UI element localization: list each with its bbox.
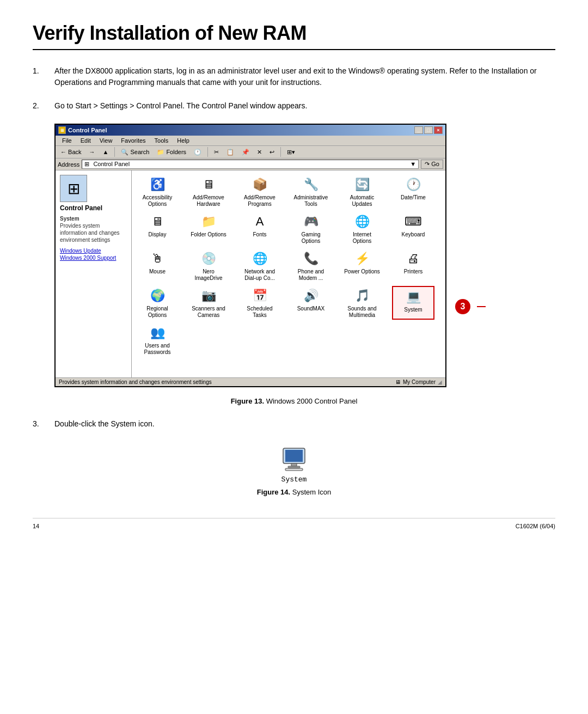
paste-button[interactable]: 📌 — [239, 148, 252, 157]
cp-icon-label-power: Power Options — [344, 268, 380, 275]
address-dropdown[interactable]: ▼ — [410, 161, 416, 167]
menu-edit[interactable]: Edit — [76, 136, 95, 145]
cp-icon-accessibility[interactable]: ♿AccessibilityOptions — [136, 175, 179, 209]
go-icon: ↷ — [425, 161, 430, 167]
folders-button[interactable]: 📁 Folders — [154, 148, 189, 157]
badge-arrow — [477, 306, 486, 307]
address-input[interactable]: ⊞ Control Panel ▼ — [82, 160, 419, 169]
cp-icon-admin-tools[interactable]: 🔧AdministrativeTools — [290, 175, 332, 209]
cp-icon-sounds[interactable]: 🎵Sounds andMultimedia — [341, 286, 383, 320]
cp-icon-phone[interactable]: 📞Phone andModem ... — [290, 249, 332, 283]
cp-icon-fonts[interactable]: AFonts — [238, 212, 281, 246]
statusbar-right-text: My Computer — [403, 379, 436, 385]
figure-13-label: Figure 13. — [231, 397, 264, 405]
cp-icon-img-nero: 💿 — [200, 250, 217, 267]
window-title: Control Panel — [68, 127, 107, 133]
copy-button[interactable]: 📋 — [224, 148, 237, 157]
undo-button[interactable]: ↩ — [267, 148, 277, 157]
step-3-badge: 3 — [455, 299, 470, 314]
cp-icon-display[interactable]: 🖥Display — [136, 212, 179, 246]
cp-icon-img-admin-tools: 🔧 — [302, 176, 320, 193]
icon-grid: ♿AccessibilityOptions🖥Add/RemoveHardware… — [136, 175, 441, 357]
cp-icon-img-keyboard: ⌨ — [405, 213, 422, 230]
cp-icon-network[interactable]: 🌐Network andDial-up Co... — [238, 249, 281, 283]
maximize-button[interactable]: □ — [424, 126, 433, 134]
minimize-button[interactable]: _ — [414, 126, 423, 134]
cp-icon-addremove-hw[interactable]: 🖥Add/RemoveHardware — [187, 175, 230, 209]
cp-icon-system[interactable]: 💻System — [392, 286, 434, 320]
cut-button[interactable]: ✂ — [211, 148, 222, 157]
forward-button[interactable]: → — [87, 148, 98, 156]
cp-icon-img-fonts: A — [251, 213, 268, 230]
close-button[interactable]: × — [434, 126, 443, 134]
cp-icon-img-mouse: 🖱 — [149, 250, 166, 267]
cp-icon-label-sounds: Sounds andMultimedia — [347, 306, 376, 319]
cp-icon-label-printers: Printers — [404, 268, 422, 275]
cp-icon-folder-options[interactable]: 📁Folder Options — [187, 212, 230, 246]
cp-icon-soundmax[interactable]: 🔊SoundMAX — [290, 286, 332, 320]
cp-icon-regional[interactable]: 🌍RegionalOptions — [136, 286, 179, 320]
cp-icon-label-addremove-prog: Add/RemovePrograms — [244, 194, 275, 208]
cp-icon-img-addremove-prog: 📦 — [251, 176, 268, 193]
go-label: Go — [431, 161, 439, 167]
cp-icon-mouse[interactable]: 🖱Mouse — [136, 249, 179, 283]
back-button[interactable]: ← Back — [58, 148, 84, 156]
cp-icon-label-auto-updates: AutomaticUpdates — [350, 194, 374, 208]
figure-14-label: Figure 14. — [257, 488, 290, 496]
cp-icon-img-folder-options: 📁 — [200, 213, 217, 230]
cp-icon-users[interactable]: 👥Users andPasswords — [136, 323, 179, 357]
delete-button[interactable]: ✕ — [254, 148, 265, 157]
cp-icon-keyboard[interactable]: ⌨Keyboard — [392, 212, 434, 246]
menu-view[interactable]: View — [95, 136, 117, 145]
cp-icon-printers[interactable]: 🖨Printers — [392, 249, 434, 283]
cp-icon-scheduled[interactable]: 📅ScheduledTasks — [238, 286, 281, 320]
cp-icon-auto-updates[interactable]: 🔄AutomaticUpdates — [341, 175, 383, 209]
menu-file[interactable]: File — [58, 136, 76, 145]
cp-icon-datetime[interactable]: 🕐Date/Time — [392, 175, 434, 209]
address-label: Address — [58, 161, 79, 168]
system-icon-box[interactable]: System — [33, 445, 555, 484]
cp-icon-img-printers: 🖨 — [405, 250, 422, 267]
cp-icon-label-phone: Phone andModem ... — [298, 268, 324, 282]
footer-doc-ref: C1602M (6/04) — [516, 523, 555, 529]
cp-icon-power[interactable]: ⚡Power Options — [341, 249, 383, 283]
step-3: 3. Double-click the System icon. — [33, 418, 555, 430]
sidebar-link-windows-update[interactable]: Windows Update — [60, 248, 127, 254]
cp-icon-scanners[interactable]: 📷Scanners andCameras — [187, 286, 230, 320]
cp-icon-label-folder-options: Folder Options — [191, 231, 226, 238]
cp-icon-addremove-prog[interactable]: 📦Add/RemovePrograms — [238, 175, 281, 209]
toolbar-sep-1 — [114, 147, 115, 157]
toolbar-sep-3 — [280, 147, 281, 157]
go-button[interactable]: ↷ Go — [421, 160, 443, 169]
step-1-text: After the DX8000 application starts, log… — [54, 65, 555, 88]
cp-icon-img-sounds: 🎵 — [353, 287, 371, 304]
menu-tools[interactable]: Tools — [150, 136, 173, 145]
step-2-text: Go to Start > Settings > Control Panel. … — [54, 100, 555, 112]
win-titlebar: ⊞ Control Panel _ □ × — [56, 125, 445, 136]
views-button[interactable]: ⊞▾ — [284, 148, 298, 157]
cp-icon-nero[interactable]: 💿NeroImageDrive — [187, 249, 230, 283]
svg-rect-4 — [288, 466, 300, 468]
cp-icon-label-regional: RegionalOptions — [146, 306, 168, 319]
sidebar-selected-desc: Provides system information and changes … — [60, 223, 120, 243]
sidebar-link-windows-support[interactable]: Windows 2000 Support — [60, 255, 127, 261]
svg-rect-2 — [285, 450, 303, 462]
up-button[interactable]: ▲ — [100, 148, 112, 156]
menu-favorites[interactable]: Favorites — [117, 136, 150, 145]
address-icon: ⊞ — [84, 161, 89, 167]
search-button[interactable]: 🔍 Search — [118, 148, 152, 157]
cp-icon-img-accessibility: ♿ — [149, 176, 166, 193]
win-window: ⊞ Control Panel _ □ × File Edit View Fav… — [54, 124, 446, 387]
cp-icon-img-soundmax: 🔊 — [302, 287, 320, 304]
cp-icon-img-datetime: 🕐 — [405, 176, 422, 193]
titlebar-left: ⊞ Control Panel — [58, 126, 107, 134]
menu-help[interactable]: Help — [173, 136, 194, 145]
title-divider — [33, 49, 555, 50]
win-controls[interactable]: _ □ × — [414, 126, 443, 134]
toolbar-sep-2 — [207, 147, 208, 157]
cp-icon-img-internet: 🌐 — [353, 213, 371, 230]
history-button[interactable]: 🕐 — [191, 148, 204, 157]
cp-icon-internet[interactable]: 🌐InternetOptions — [341, 212, 383, 246]
cp-icon-label-addremove-hw: Add/RemoveHardware — [193, 194, 224, 208]
cp-icon-gaming[interactable]: 🎮GamingOptions — [290, 212, 332, 246]
